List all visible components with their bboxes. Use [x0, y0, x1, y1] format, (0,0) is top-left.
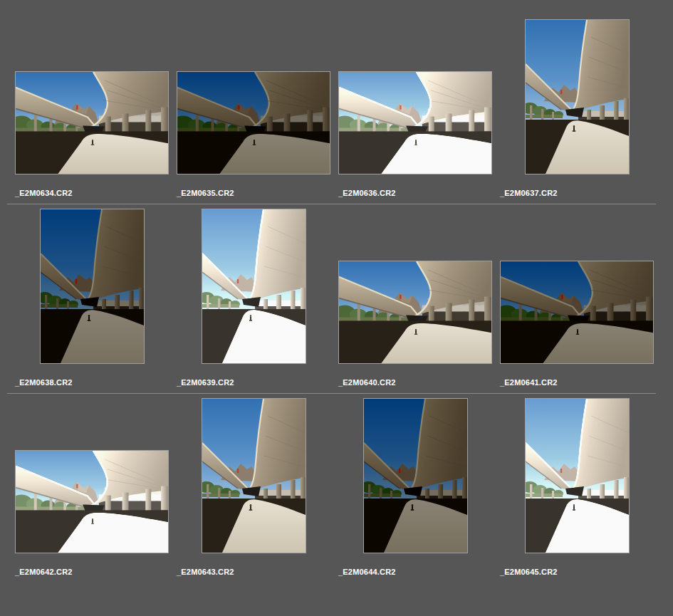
photo-filename[interactable]: _E2M0640.CR2 [338, 378, 500, 387]
photo-thumbnail[interactable] [15, 450, 169, 553]
file-browser-grid: _E2M0634.CR2 _E2M0635.CR2 [0, 0, 673, 616]
photo-cell: _E2M0642.CR2 [15, 397, 177, 577]
photo-thumbnail[interactable] [500, 261, 654, 364]
thumbnail-area [338, 207, 492, 364]
photo-thumbnail[interactable] [177, 71, 330, 174]
thumbnail-area [15, 18, 169, 174]
photo-thumbnail[interactable] [15, 71, 169, 174]
photo-thumbnail[interactable] [202, 209, 306, 364]
photo-filename[interactable]: _E2M0643.CR2 [177, 568, 338, 577]
photo-filename[interactable]: _E2M0642.CR2 [15, 568, 177, 577]
thumbnail-area [177, 18, 330, 174]
photo-cell: _E2M0636.CR2 [338, 18, 500, 198]
photo-filename[interactable]: _E2M0639.CR2 [177, 378, 338, 387]
photo-cell: _E2M0634.CR2 [15, 18, 177, 198]
photo-cell: _E2M0644.CR2 [338, 397, 500, 577]
photo-cell: _E2M0637.CR2 [500, 18, 662, 198]
photo-cell: _E2M0641.CR2 [500, 207, 662, 387]
photo-thumbnail[interactable] [525, 19, 630, 174]
photo-preview [364, 399, 467, 553]
photo-cell: _E2M0640.CR2 [338, 207, 500, 387]
photo-preview [16, 72, 168, 174]
photo-grid-row: _E2M0638.CR2 _E2M0639.CR2 [15, 207, 673, 394]
photo-cell: _E2M0639.CR2 [177, 207, 338, 387]
thumbnail-area [500, 207, 654, 364]
thumbnail-area [177, 207, 330, 364]
photo-filename[interactable]: _E2M0634.CR2 [15, 189, 177, 198]
row-divider [7, 393, 656, 394]
photo-preview [202, 209, 306, 363]
thumbnail-area [338, 18, 492, 174]
thumbnail-area [500, 18, 654, 174]
photo-preview [16, 451, 168, 553]
photo-filename[interactable]: _E2M0644.CR2 [338, 568, 500, 577]
photo-preview [202, 399, 306, 553]
thumbnail-area [338, 397, 492, 553]
photo-cell: _E2M0635.CR2 [177, 18, 338, 198]
photo-cell: _E2M0643.CR2 [177, 397, 338, 577]
photo-preview [339, 261, 491, 363]
photo-preview [526, 399, 629, 553]
photo-grid-row: _E2M0642.CR2 _E2M0643.CR2 [15, 397, 673, 577]
photo-preview [339, 72, 491, 174]
photo-filename[interactable]: _E2M0641.CR2 [500, 378, 662, 387]
photo-thumbnail[interactable] [202, 398, 306, 553]
photo-grid-row: _E2M0634.CR2 _E2M0635.CR2 [15, 18, 673, 204]
photo-filename[interactable]: _E2M0645.CR2 [500, 568, 662, 577]
photo-filename[interactable]: _E2M0635.CR2 [177, 189, 338, 198]
thumbnail-area [177, 397, 330, 553]
photo-thumbnail[interactable] [363, 398, 468, 553]
photo-thumbnail[interactable] [40, 209, 145, 364]
photo-cell: _E2M0638.CR2 [15, 207, 177, 387]
photo-filename[interactable]: _E2M0636.CR2 [338, 189, 500, 198]
row-divider [7, 204, 656, 204]
photo-thumbnail[interactable] [338, 71, 492, 174]
photo-preview [41, 209, 144, 363]
photo-preview [526, 20, 629, 174]
photo-thumbnail[interactable] [338, 261, 492, 364]
photo-preview [501, 261, 653, 363]
thumbnail-area [500, 397, 654, 553]
thumbnail-area [15, 397, 169, 553]
photo-filename[interactable]: _E2M0637.CR2 [500, 189, 662, 198]
thumbnail-area [15, 207, 169, 364]
photo-thumbnail[interactable] [525, 398, 630, 553]
photo-preview [177, 72, 330, 174]
photo-cell: _E2M0645.CR2 [500, 397, 662, 577]
photo-filename[interactable]: _E2M0638.CR2 [15, 378, 177, 387]
